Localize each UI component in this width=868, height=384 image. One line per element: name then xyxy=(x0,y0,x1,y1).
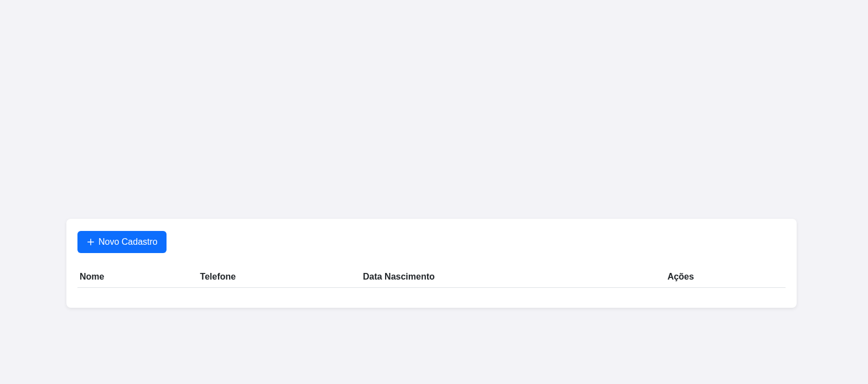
column-header-telefone: Telefone xyxy=(198,266,361,288)
new-registration-button[interactable]: Novo Cadastro xyxy=(77,231,167,253)
plus-icon xyxy=(86,238,95,246)
new-registration-label: Novo Cadastro xyxy=(98,235,158,249)
column-header-acoes: Ações xyxy=(665,266,786,288)
column-header-nome: Nome xyxy=(77,266,198,288)
table-header-row: Nome Telefone Data Nascimento Ações xyxy=(77,266,786,288)
column-header-data: Data Nascimento xyxy=(361,266,665,288)
registrations-table: Nome Telefone Data Nascimento Ações xyxy=(77,266,786,288)
registration-card: Novo Cadastro Nome Telefone Data Nascime… xyxy=(66,219,797,308)
